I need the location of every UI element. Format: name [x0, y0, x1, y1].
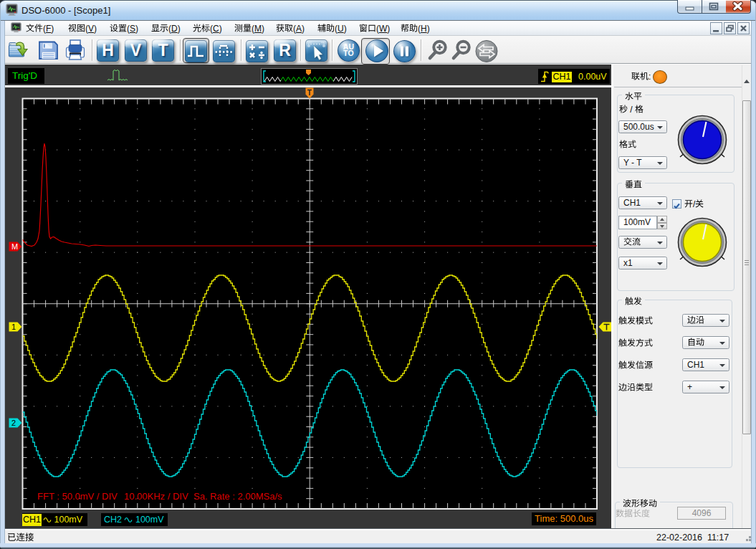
svg-text:2: 2: [11, 419, 16, 427]
svg-text:10.00KHz / DIV: 10.00KHz / DIV: [124, 491, 188, 502]
svg-text:Sa. Rate : 2.00MSa/s: Sa. Rate : 2.00MSa/s: [193, 491, 282, 502]
svg-text:FFT : 50.0mV / DIV: FFT : 50.0mV / DIV: [37, 491, 118, 502]
svg-text:1: 1: [11, 323, 16, 331]
svg-text:M: M: [11, 242, 18, 251]
